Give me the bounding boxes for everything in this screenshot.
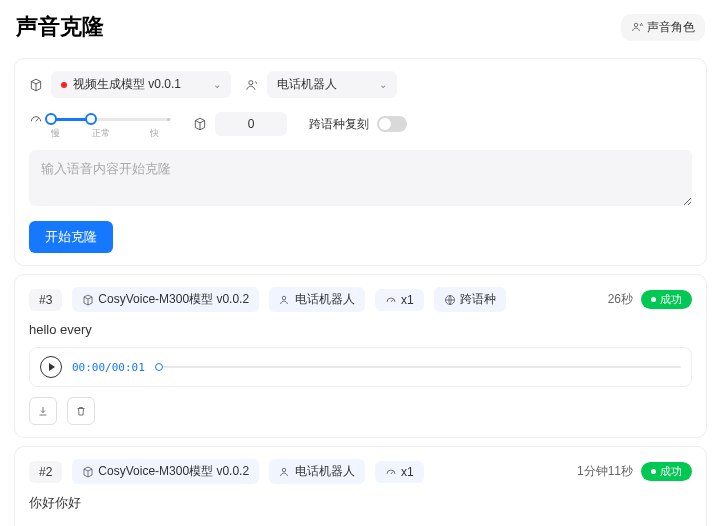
chevron-down-icon: ⌄ [379, 79, 387, 90]
result-cross-tag: 跨语种 [434, 287, 506, 312]
result-text: 你好你好 [29, 494, 692, 512]
gauge-icon [29, 112, 43, 126]
result-index-tag: #2 [29, 461, 62, 483]
voice-role-label: 声音角色 [647, 19, 695, 36]
speed-slider[interactable]: 慢 正常 快 [51, 112, 171, 136]
cube-icon [193, 117, 207, 131]
user-voice-icon [245, 78, 259, 92]
result-voice-tag: 电话机器人 [269, 459, 365, 484]
result-elapsed: 26秒 [608, 291, 633, 308]
trash-icon [75, 405, 87, 417]
result-card: #3 CosyVoice-M300模型 v0.0.2 电话机器人 x1 跨语种 … [14, 274, 707, 438]
result-multiplier-tag: x1 [375, 461, 424, 483]
seed-input[interactable] [215, 112, 287, 136]
svg-point-1 [249, 80, 253, 84]
result-card: #2 CosyVoice-M300模型 v0.0.2 电话机器人 x1 1分钟1… [14, 446, 707, 526]
voice-role-button[interactable]: 声音角色 [621, 14, 705, 41]
cross-lang-label: 跨语种复刻 [309, 116, 369, 133]
play-button[interactable] [40, 356, 62, 378]
download-button[interactable] [29, 397, 57, 425]
page-title: 声音克隆 [16, 12, 104, 42]
result-index-tag: #3 [29, 289, 62, 311]
content-textarea[interactable] [29, 150, 692, 206]
user-voice-icon [631, 21, 643, 33]
svg-point-4 [282, 468, 286, 472]
clone-form-card: 视频生成模型 v0.0.1 ⌄ 电话机器人 ⌄ 慢 [14, 58, 707, 266]
audio-player: 00:00/00:01 [29, 347, 692, 387]
voice-select-value: 电话机器人 [277, 76, 337, 93]
user-voice-icon [279, 294, 291, 306]
result-multiplier-tag: x1 [375, 289, 424, 311]
user-voice-icon [279, 466, 291, 478]
chevron-down-icon: ⌄ [213, 79, 221, 90]
result-model-tag: CosyVoice-M300模型 v0.0.2 [72, 459, 259, 484]
gauge-icon [385, 466, 397, 478]
voice-select[interactable]: 电话机器人 ⌄ [267, 71, 397, 98]
speed-slider-labels: 慢 正常 快 [51, 127, 159, 140]
timecode: 00:00/00:01 [72, 361, 145, 374]
status-dot-icon [61, 82, 67, 88]
play-icon [48, 362, 56, 372]
cube-icon [82, 466, 94, 478]
result-voice-tag: 电话机器人 [269, 287, 365, 312]
cube-icon [29, 78, 43, 92]
result-status-badge: 成功 [641, 290, 692, 309]
svg-point-0 [634, 23, 638, 27]
result-model-tag: CosyVoice-M300模型 v0.0.2 [72, 287, 259, 312]
download-icon [37, 405, 49, 417]
model-select[interactable]: 视频生成模型 v0.0.1 ⌄ [51, 71, 231, 98]
progress-bar[interactable] [155, 365, 681, 369]
model-select-value: 视频生成模型 v0.0.1 [73, 76, 181, 93]
svg-point-2 [282, 296, 286, 300]
result-text: hello every [29, 322, 692, 337]
delete-button[interactable] [67, 397, 95, 425]
cube-icon [82, 294, 94, 306]
result-elapsed: 1分钟11秒 [577, 463, 633, 480]
start-clone-button[interactable]: 开始克隆 [29, 221, 113, 253]
cross-lang-toggle[interactable] [377, 116, 407, 132]
globe-icon [444, 294, 456, 306]
result-status-badge: 成功 [641, 462, 692, 481]
gauge-icon [385, 294, 397, 306]
